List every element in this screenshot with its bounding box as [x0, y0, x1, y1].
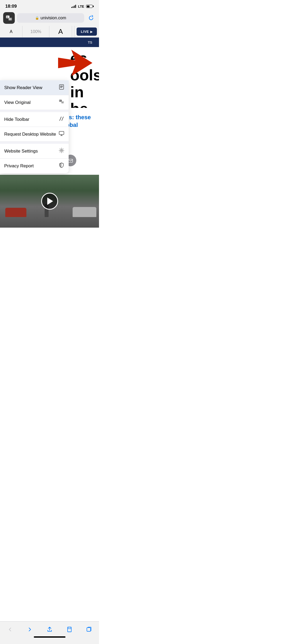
- svg-marker-4: [58, 50, 92, 76]
- svg-text:文: 文: [62, 102, 63, 103]
- privacy-shield-icon: [59, 162, 64, 169]
- battery-icon: [86, 5, 94, 8]
- menu-item-hide-toolbar-label: Hide Toolbar: [4, 117, 29, 122]
- signal-bars-icon: [71, 5, 76, 8]
- url-text: univision.com: [41, 16, 66, 20]
- address-bar: A 文 🔒 univision.com: [0, 11, 99, 26]
- svg-text:A: A: [7, 16, 8, 18]
- menu-item-website-settings-label: Website Settings: [4, 149, 38, 154]
- lte-label: LTE: [78, 4, 84, 8]
- font-decrease-button[interactable]: A: [0, 26, 22, 37]
- menu-item-privacy-report[interactable]: Privacy Report: [0, 159, 69, 173]
- menu-item-view-original-label: View Original: [4, 100, 31, 105]
- svg-rect-19: [68, 159, 73, 162]
- site-nav: TS: [0, 38, 99, 47]
- menu-divider-1: [0, 110, 69, 112]
- hide-toolbar-icon: [59, 116, 64, 123]
- svg-rect-15: [59, 131, 64, 135]
- menu-item-hide-toolbar[interactable]: Hide Toolbar: [0, 112, 69, 127]
- menu-item-privacy-report-label: Privacy Report: [4, 163, 34, 169]
- red-arrow: [58, 50, 92, 77]
- desktop-icon: [59, 131, 64, 138]
- menu-item-website-settings[interactable]: Website Settings: [0, 144, 69, 159]
- play-triangle-icon: [47, 197, 53, 205]
- menu-item-request-desktop-label: Request Desktop Website: [4, 132, 56, 137]
- play-button[interactable]: [41, 193, 58, 210]
- font-percent-label: 100%: [22, 26, 49, 37]
- status-bar: 18:09 LTE: [0, 0, 99, 11]
- status-time: 18:09: [5, 4, 17, 9]
- svg-line-13: [60, 117, 61, 121]
- font-increase-button[interactable]: A: [49, 26, 72, 37]
- translate-button[interactable]: A 文: [3, 12, 15, 24]
- svg-text:文: 文: [9, 18, 11, 20]
- menu-item-view-original[interactable]: View Original A 文: [0, 95, 69, 110]
- dropdown-menu: Show Reader View View Original A 文: [0, 80, 69, 173]
- reload-button[interactable]: [86, 13, 96, 23]
- svg-rect-5: [59, 85, 64, 89]
- svg-line-14: [62, 117, 63, 121]
- menu-divider-2: [0, 142, 69, 144]
- svg-point-18: [61, 150, 62, 151]
- view-original-icon: A 文: [59, 99, 64, 106]
- menu-item-show-reader-view[interactable]: Show Reader View: [0, 80, 69, 95]
- menu-item-show-reader-view-label: Show Reader View: [4, 85, 42, 90]
- video-thumbnail[interactable]: [0, 175, 99, 228]
- page-content: TS esoolsinhe Show Reader View: [0, 38, 99, 108]
- reader-view-icon: [59, 84, 64, 91]
- settings-icon: [59, 148, 64, 155]
- lock-icon: 🔒: [35, 16, 39, 20]
- live-button[interactable]: LIVE ▶: [77, 27, 97, 36]
- font-toolbar: A 100% A LIVE ▶: [0, 26, 99, 38]
- svg-text:A: A: [59, 100, 60, 102]
- nav-partial-text: TS: [88, 40, 99, 44]
- font-toolbar-separator: [72, 26, 74, 37]
- menu-item-request-desktop[interactable]: Request Desktop Website: [0, 127, 69, 142]
- status-icons: LTE: [71, 4, 94, 8]
- url-bar[interactable]: 🔒 univision.com: [17, 13, 84, 23]
- live-play-icon: ▶: [90, 30, 93, 34]
